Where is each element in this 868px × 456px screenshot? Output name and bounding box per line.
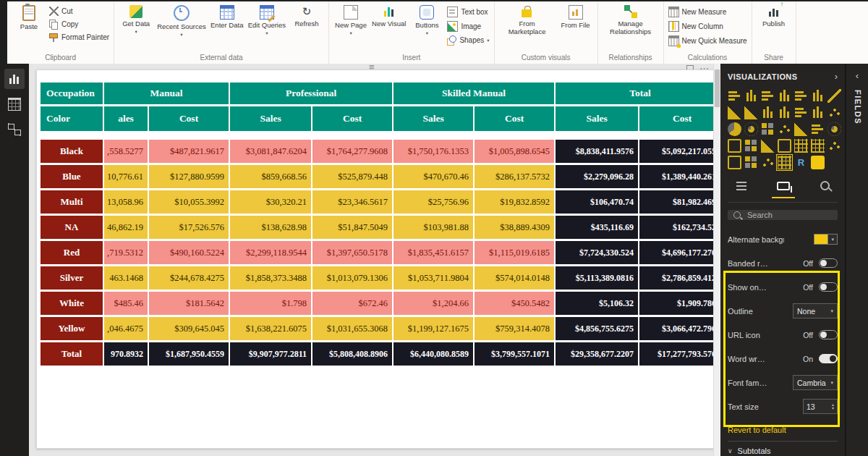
- matrix-cell[interactable]: 970.8932: [104, 342, 148, 366]
- report-view-button[interactable]: [4, 69, 25, 89]
- ribbon-cut-button[interactable]: Cut: [49, 7, 109, 16]
- matrix-cell[interactable]: $3,066,472.7969: [639, 317, 725, 340]
- ribbon-new-column-button[interactable]: New Column: [668, 21, 747, 32]
- matrix-cell[interactable]: $574,014.0148: [475, 266, 554, 290]
- matrix-cell[interactable]: $3,081,847.6204: [230, 140, 311, 163]
- ribbon-new-page-button[interactable]: New Page▾: [332, 3, 370, 36]
- viz-icon-card[interactable]: [728, 139, 741, 153]
- viz-icon-donut-chart[interactable]: [744, 122, 758, 136]
- viz-icon-python-visual[interactable]: [744, 156, 758, 169]
- matrix-cell[interactable]: $8,838,411.9576: [556, 140, 638, 163]
- matrix-cell[interactable]: $38,889.4309: [475, 216, 554, 239]
- matrix-cell[interactable]: $30,320.21: [230, 190, 311, 214]
- matrix-measure-header[interactable]: Cost: [475, 106, 554, 131]
- matrix-cell[interactable]: $859,668.56: [230, 165, 311, 188]
- viz-icon-slicer[interactable]: [778, 139, 791, 153]
- matrix-measure-header[interactable]: Cost: [639, 106, 725, 131]
- matrix-cell[interactable]: ,046.4675: [104, 317, 148, 340]
- viz-icon-map[interactable]: [778, 122, 791, 136]
- matrix-cell[interactable]: 46,862.19: [104, 216, 148, 239]
- ribbon-buttons-button[interactable]: Buttons▾: [408, 3, 446, 36]
- matrix-cell[interactable]: 13,058.96: [104, 190, 148, 214]
- matrix-cell[interactable]: $435,116.69: [556, 216, 638, 239]
- show-on-toggle[interactable]: [819, 282, 838, 292]
- pane-tab-fields[interactable]: [731, 178, 752, 198]
- matrix-cell[interactable]: $7,724,330.524: [556, 241, 638, 264]
- matrix-cell[interactable]: $286,137.5732: [475, 165, 554, 188]
- matrix-cell[interactable]: $10,055.3992: [149, 190, 229, 214]
- viz-icon-key-influencers[interactable]: [761, 156, 775, 169]
- viz-icon-kpi[interactable]: [761, 139, 775, 153]
- matrix-cell[interactable]: $1,909.7864: [639, 292, 725, 315]
- viz-icon-area-chart[interactable]: [728, 106, 741, 119]
- matrix-row-header[interactable]: Black: [41, 140, 103, 163]
- matrix-cell[interactable]: $525,879.448: [312, 165, 392, 188]
- matrix-cell[interactable]: $2,786,859.4128: [639, 266, 725, 290]
- ribbon-copy-button[interactable]: Copy: [49, 20, 109, 29]
- matrix-group-header-total[interactable]: Total: [556, 83, 725, 104]
- fields-pane-collapsed[interactable]: ‹ FIELDS: [845, 64, 868, 456]
- matrix-cell[interactable]: $470,670.46: [393, 165, 473, 188]
- matrix-cell[interactable]: $2,279,096.28: [556, 165, 638, 188]
- viz-icon-matrix-selected[interactable]: [778, 156, 791, 169]
- model-view-button[interactable]: [4, 119, 25, 140]
- viz-icon-paginated-report[interactable]: [728, 156, 741, 169]
- matrix-corner-occupation[interactable]: Occupation: [41, 83, 103, 104]
- collapse-visualizations-icon[interactable]: ›: [835, 71, 838, 82]
- matrix-measure-header[interactable]: Sales: [556, 106, 638, 131]
- viz-icon-100-stacked-column-chart[interactable]: [811, 89, 825, 103]
- matrix-cell[interactable]: $23,346.5617: [312, 190, 392, 214]
- matrix-measure-header[interactable]: Cost: [149, 106, 229, 131]
- matrix-row-header[interactable]: Red: [41, 241, 103, 264]
- matrix-cell[interactable]: $1,750,176.1353: [393, 140, 473, 163]
- matrix-cell[interactable]: $1,005,898.6545: [475, 140, 554, 163]
- text-size-spinner[interactable]: 13▴▾: [803, 399, 838, 414]
- ribbon-enter-data-button[interactable]: Enter Data: [208, 3, 246, 30]
- alternate-backgr-color-swatch[interactable]: ▾: [814, 234, 838, 245]
- matrix-cell[interactable]: $1,115,019.6185: [475, 241, 554, 264]
- subtotals-section-header[interactable]: ∨ Subtotals: [728, 441, 838, 455]
- matrix-cell[interactable]: $1,687,950.4559: [149, 342, 229, 366]
- ribbon-new-visual-button[interactable]: New Visual: [370, 3, 408, 28]
- matrix-cell[interactable]: $1,199,127.1675: [393, 317, 473, 340]
- matrix-cell[interactable]: $672.46: [312, 292, 392, 315]
- matrix-cell[interactable]: $1,397,650.5178: [312, 241, 392, 264]
- viz-icon-clustered-column-chart[interactable]: [778, 89, 791, 103]
- matrix-cell[interactable]: $106,470.74: [556, 190, 638, 214]
- ribbon-recent-sources-button[interactable]: Recent Sources▾: [155, 3, 208, 38]
- viz-icon-stacked-column-chart[interactable]: [744, 89, 758, 103]
- matrix-measure-header[interactable]: Sales: [230, 106, 311, 131]
- matrix-cell[interactable]: $1,204.66: [393, 292, 473, 315]
- revert-to-default-link[interactable]: Revert to default: [728, 426, 838, 434]
- matrix-cell[interactable]: $19,832.8592: [475, 190, 554, 214]
- viz-icon-r-script-visual[interactable]: R: [794, 156, 808, 169]
- matrix-row-header[interactable]: Multi: [41, 190, 103, 214]
- matrix-row-header[interactable]: White: [41, 292, 103, 315]
- ribbon-edit-queries-button[interactable]: Edit Queries▾: [246, 3, 288, 36]
- matrix-cell[interactable]: $759,314.4078: [475, 317, 554, 340]
- viz-icon-funnel[interactable]: [811, 122, 825, 136]
- matrix-cell[interactable]: $244,678.4275: [149, 266, 229, 290]
- matrix-cell[interactable]: $1,858,373.3488: [230, 266, 311, 290]
- matrix-cell[interactable]: $1,031,655.3068: [312, 317, 392, 340]
- matrix-cell[interactable]: $5,113,389.0816: [556, 266, 638, 290]
- matrix-cell[interactable]: $127,880.9599: [149, 165, 229, 188]
- canvas-scrollbar-thumb[interactable]: [715, 69, 720, 107]
- ribbon-new-measure-button[interactable]: New Measure: [668, 7, 747, 17]
- matrix-measure-header[interactable]: ales: [104, 106, 148, 131]
- viz-icon-pie-chart[interactable]: [728, 122, 741, 136]
- matrix-cell[interactable]: $138,628.98: [230, 216, 311, 239]
- matrix-cell[interactable]: $4,696,177.2708: [639, 241, 725, 264]
- matrix-row-header[interactable]: Silver: [41, 266, 103, 290]
- viz-icon-100-stacked-bar-chart[interactable]: [794, 89, 808, 103]
- matrix-cell[interactable]: $1,835,451.6157: [393, 241, 473, 264]
- viz-icon-ribbon-chart[interactable]: [794, 106, 808, 119]
- matrix-cell[interactable]: $1,389,440.2613: [639, 165, 725, 188]
- word-wr-toggle[interactable]: [819, 354, 838, 363]
- matrix-cell[interactable]: 10,776.61: [104, 165, 148, 188]
- viz-icon-get-more-visuals[interactable]: [811, 156, 825, 169]
- ribbon-from-marketplace-button[interactable]: From Marketplace: [498, 3, 557, 35]
- viz-icon-line-chart[interactable]: [827, 89, 841, 103]
- matrix-cell[interactable]: $9,907,977.2811: [230, 342, 311, 366]
- ribbon-publish-button[interactable]: Publish: [755, 3, 793, 28]
